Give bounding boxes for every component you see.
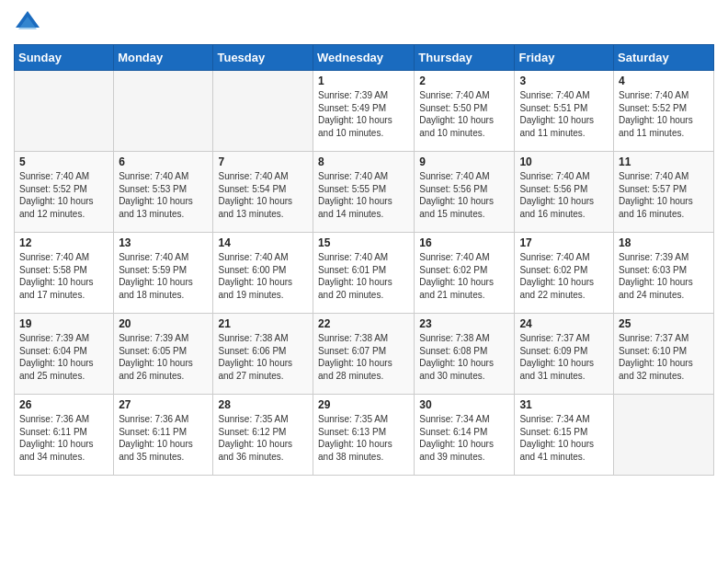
day-info: Sunrise: 7:39 AM Sunset: 6:04 PM Dayligh… <box>19 332 108 382</box>
day-number: 30 <box>419 398 509 411</box>
day-cell: 30Sunrise: 7:34 AM Sunset: 6:14 PM Dayli… <box>415 395 515 476</box>
day-info: Sunrise: 7:40 AM Sunset: 6:00 PM Dayligh… <box>218 251 308 301</box>
day-info: Sunrise: 7:39 AM Sunset: 5:49 PM Dayligh… <box>318 89 409 139</box>
day-cell: 20Sunrise: 7:39 AM Sunset: 6:05 PM Dayli… <box>114 314 213 395</box>
day-number: 22 <box>318 317 409 330</box>
day-info: Sunrise: 7:40 AM Sunset: 6:01 PM Dayligh… <box>318 251 409 301</box>
header <box>14 9 714 37</box>
day-info: Sunrise: 7:40 AM Sunset: 5:50 PM Dayligh… <box>419 89 509 139</box>
day-info: Sunrise: 7:36 AM Sunset: 6:11 PM Dayligh… <box>119 413 208 463</box>
logo-icon <box>14 9 41 37</box>
day-cell: 13Sunrise: 7:40 AM Sunset: 5:59 PM Dayli… <box>114 233 213 314</box>
day-info: Sunrise: 7:35 AM Sunset: 6:12 PM Dayligh… <box>218 413 308 463</box>
day-number: 9 <box>419 155 509 168</box>
week-row-2: 5Sunrise: 7:40 AM Sunset: 5:52 PM Daylig… <box>15 152 714 233</box>
day-cell: 2Sunrise: 7:40 AM Sunset: 5:50 PM Daylig… <box>415 71 515 152</box>
day-cell: 9Sunrise: 7:40 AM Sunset: 5:56 PM Daylig… <box>415 152 515 233</box>
week-row-4: 19Sunrise: 7:39 AM Sunset: 6:04 PM Dayli… <box>15 314 714 395</box>
day-number: 8 <box>318 155 409 168</box>
calendar-header-sunday: Sunday <box>15 45 114 71</box>
day-number: 24 <box>519 317 609 330</box>
day-cell: 25Sunrise: 7:37 AM Sunset: 6:10 PM Dayli… <box>614 314 714 395</box>
day-info: Sunrise: 7:40 AM Sunset: 5:57 PM Dayligh… <box>619 170 709 220</box>
day-info: Sunrise: 7:39 AM Sunset: 6:03 PM Dayligh… <box>619 251 709 301</box>
day-number: 20 <box>119 317 208 330</box>
day-cell: 15Sunrise: 7:40 AM Sunset: 6:01 PM Dayli… <box>313 233 415 314</box>
day-number: 29 <box>318 398 409 411</box>
calendar-table: SundayMondayTuesdayWednesdayThursdayFrid… <box>14 44 714 476</box>
day-info: Sunrise: 7:38 AM Sunset: 6:06 PM Dayligh… <box>218 332 308 382</box>
day-number: 28 <box>218 398 308 411</box>
day-cell: 6Sunrise: 7:40 AM Sunset: 5:53 PM Daylig… <box>114 152 213 233</box>
day-number: 13 <box>119 236 208 249</box>
page: SundayMondayTuesdayWednesdayThursdayFrid… <box>0 0 728 485</box>
day-cell: 18Sunrise: 7:39 AM Sunset: 6:03 PM Dayli… <box>614 233 714 314</box>
week-row-1: 1Sunrise: 7:39 AM Sunset: 5:49 PM Daylig… <box>15 71 714 152</box>
day-cell: 23Sunrise: 7:38 AM Sunset: 6:08 PM Dayli… <box>415 314 515 395</box>
day-number: 15 <box>318 236 409 249</box>
day-info: Sunrise: 7:34 AM Sunset: 6:15 PM Dayligh… <box>519 413 609 463</box>
calendar-header-monday: Monday <box>114 45 213 71</box>
day-cell: 12Sunrise: 7:40 AM Sunset: 5:58 PM Dayli… <box>15 233 114 314</box>
day-info: Sunrise: 7:40 AM Sunset: 5:54 PM Dayligh… <box>218 170 308 220</box>
calendar-header-row: SundayMondayTuesdayWednesdayThursdayFrid… <box>15 45 714 71</box>
day-number: 1 <box>318 75 409 87</box>
day-cell: 1Sunrise: 7:39 AM Sunset: 5:49 PM Daylig… <box>313 71 415 152</box>
day-number: 17 <box>519 236 609 249</box>
day-cell: 19Sunrise: 7:39 AM Sunset: 6:04 PM Dayli… <box>15 314 114 395</box>
day-cell <box>213 71 313 152</box>
day-number: 19 <box>19 317 108 330</box>
day-info: Sunrise: 7:40 AM Sunset: 5:59 PM Dayligh… <box>119 251 208 301</box>
calendar-header-thursday: Thursday <box>415 45 515 71</box>
day-info: Sunrise: 7:37 AM Sunset: 6:10 PM Dayligh… <box>619 332 709 382</box>
calendar-header-friday: Friday <box>515 45 614 71</box>
day-info: Sunrise: 7:38 AM Sunset: 6:08 PM Dayligh… <box>419 332 509 382</box>
day-info: Sunrise: 7:39 AM Sunset: 6:05 PM Dayligh… <box>119 332 208 382</box>
logo <box>14 9 47 37</box>
day-cell: 17Sunrise: 7:40 AM Sunset: 6:02 PM Dayli… <box>515 233 614 314</box>
day-cell <box>614 395 714 476</box>
day-number: 18 <box>619 236 709 249</box>
day-number: 5 <box>19 155 108 168</box>
day-number: 12 <box>19 236 108 249</box>
day-cell: 4Sunrise: 7:40 AM Sunset: 5:52 PM Daylig… <box>614 71 714 152</box>
day-info: Sunrise: 7:35 AM Sunset: 6:13 PM Dayligh… <box>318 413 409 463</box>
calendar-header-tuesday: Tuesday <box>213 45 313 71</box>
day-info: Sunrise: 7:40 AM Sunset: 5:56 PM Dayligh… <box>419 170 509 220</box>
day-cell: 29Sunrise: 7:35 AM Sunset: 6:13 PM Dayli… <box>313 395 415 476</box>
day-number: 31 <box>519 398 609 411</box>
day-cell: 22Sunrise: 7:38 AM Sunset: 6:07 PM Dayli… <box>313 314 415 395</box>
day-cell: 26Sunrise: 7:36 AM Sunset: 6:11 PM Dayli… <box>15 395 114 476</box>
day-number: 27 <box>119 398 208 411</box>
day-number: 7 <box>218 155 308 168</box>
day-number: 10 <box>519 155 609 168</box>
day-cell: 5Sunrise: 7:40 AM Sunset: 5:52 PM Daylig… <box>15 152 114 233</box>
day-cell: 11Sunrise: 7:40 AM Sunset: 5:57 PM Dayli… <box>614 152 714 233</box>
day-info: Sunrise: 7:38 AM Sunset: 6:07 PM Dayligh… <box>318 332 409 382</box>
day-cell: 21Sunrise: 7:38 AM Sunset: 6:06 PM Dayli… <box>213 314 313 395</box>
day-number: 4 <box>619 75 709 87</box>
calendar-header-saturday: Saturday <box>614 45 714 71</box>
day-cell: 27Sunrise: 7:36 AM Sunset: 6:11 PM Dayli… <box>114 395 213 476</box>
day-cell: 31Sunrise: 7:34 AM Sunset: 6:15 PM Dayli… <box>515 395 614 476</box>
day-cell: 8Sunrise: 7:40 AM Sunset: 5:55 PM Daylig… <box>313 152 415 233</box>
day-cell: 7Sunrise: 7:40 AM Sunset: 5:54 PM Daylig… <box>213 152 313 233</box>
day-number: 6 <box>119 155 208 168</box>
day-cell: 16Sunrise: 7:40 AM Sunset: 6:02 PM Dayli… <box>415 233 515 314</box>
day-number: 11 <box>619 155 709 168</box>
day-number: 21 <box>218 317 308 330</box>
day-info: Sunrise: 7:37 AM Sunset: 6:09 PM Dayligh… <box>519 332 609 382</box>
day-info: Sunrise: 7:40 AM Sunset: 5:55 PM Dayligh… <box>318 170 409 220</box>
day-number: 26 <box>19 398 108 411</box>
day-cell: 3Sunrise: 7:40 AM Sunset: 5:51 PM Daylig… <box>515 71 614 152</box>
day-info: Sunrise: 7:40 AM Sunset: 5:51 PM Dayligh… <box>519 89 609 139</box>
day-info: Sunrise: 7:40 AM Sunset: 6:02 PM Dayligh… <box>519 251 609 301</box>
day-number: 2 <box>419 75 509 87</box>
day-info: Sunrise: 7:40 AM Sunset: 5:52 PM Dayligh… <box>619 89 709 139</box>
week-row-5: 26Sunrise: 7:36 AM Sunset: 6:11 PM Dayli… <box>15 395 714 476</box>
day-number: 23 <box>419 317 509 330</box>
day-info: Sunrise: 7:34 AM Sunset: 6:14 PM Dayligh… <box>419 413 509 463</box>
week-row-3: 12Sunrise: 7:40 AM Sunset: 5:58 PM Dayli… <box>15 233 714 314</box>
day-info: Sunrise: 7:40 AM Sunset: 5:58 PM Dayligh… <box>19 251 108 301</box>
day-number: 14 <box>218 236 308 249</box>
